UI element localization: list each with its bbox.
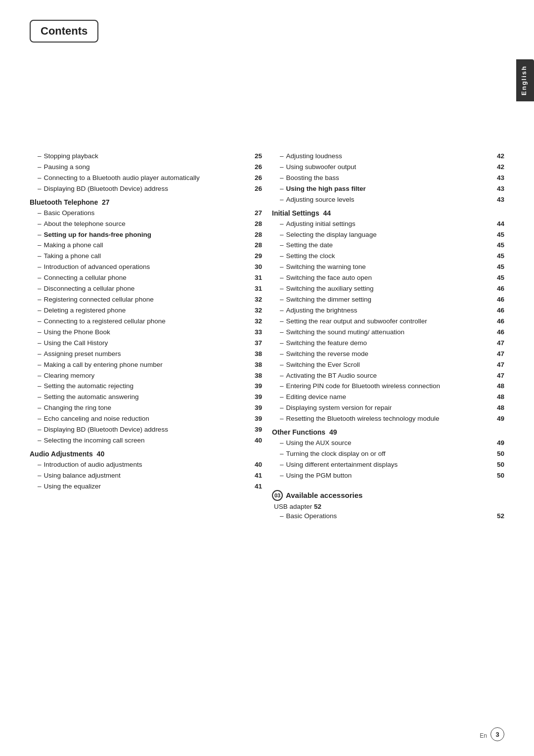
toc-dash: –	[38, 230, 42, 240]
toc-item: –Clearing memory38	[30, 371, 262, 381]
toc-item-text: Using the Call History	[44, 338, 252, 349]
toc-dash: –	[38, 316, 42, 327]
toc-item: –Selecting the incoming call screen40	[30, 436, 262, 446]
toc-item: –Using subwoofer output42	[272, 162, 504, 173]
toc-dash: –	[38, 262, 42, 272]
toc-dash: –	[280, 460, 284, 470]
toc-item-text: Connecting to a registered cellular phon…	[44, 316, 252, 327]
toc-dash: –	[280, 240, 284, 251]
toc-section-header: Bluetooth Telephone 27	[30, 198, 262, 206]
toc-item: –Setting the automatic rejecting39	[30, 381, 262, 392]
page-number: 3	[490, 727, 504, 741]
right-column: –Adjusting loudness42–Using subwoofer ou…	[272, 151, 504, 522]
toc-page-num: 45	[497, 230, 504, 240]
toc-item: –Connecting to a registered cellular pho…	[30, 316, 262, 327]
toc-item: –Using the PGM button50	[272, 471, 504, 481]
toc-page-num: 50	[497, 471, 504, 481]
toc-page-num: 32	[255, 306, 262, 316]
toc-item: –Using the Phone Book33	[30, 327, 262, 338]
toc-item: –Turning the clock display on or off50	[272, 449, 504, 459]
toc-dash: –	[280, 306, 284, 316]
toc-page-num: 40	[255, 460, 262, 470]
toc-page-num: 49	[497, 414, 504, 424]
toc-dash: –	[38, 436, 42, 446]
toc-item: –Pausing a song26	[30, 162, 262, 173]
toc-dash: –	[280, 371, 284, 381]
toc-page-num: 26	[255, 184, 262, 194]
toc-item-text: Displaying BD (Bluetooth Device) address	[44, 425, 252, 435]
toc-item-text: Using subwoofer output	[286, 162, 494, 173]
toc-page-num: 28	[255, 219, 262, 229]
toc-page-num: 48	[497, 392, 504, 402]
toc-item-text: Switching the dimmer setting	[286, 295, 494, 305]
toc-item: –Switching the Ever Scroll47	[272, 360, 504, 370]
toc-item-text: Resetting the Bluetooth wireless technol…	[286, 414, 494, 424]
toc-dash: –	[38, 471, 42, 481]
toc-page-num: 38	[255, 371, 262, 381]
toc-dash: –	[38, 403, 42, 413]
toc-item-text: Displaying system version for repair	[286, 403, 494, 413]
toc-page-num: 49	[497, 438, 504, 448]
toc-item: –Resetting the Bluetooth wireless techno…	[272, 414, 504, 424]
toc-item: –Switching the feature demo47	[272, 338, 504, 349]
toc-dash: –	[280, 295, 284, 305]
toc-dash: –	[38, 360, 42, 370]
toc-dash: –	[280, 262, 284, 272]
toc-page-num: 30	[255, 262, 262, 272]
toc-item-text: Basic Operations	[286, 511, 494, 522]
toc-page-num: 46	[497, 316, 504, 327]
toc-item: –Switching the dimmer setting46	[272, 295, 504, 305]
toc-page-num: 47	[497, 371, 504, 381]
toc-item: –Adjusting loudness42	[272, 151, 504, 162]
toc-page-num: 45	[497, 251, 504, 262]
toc-item-text: Disconnecting a cellular phone	[44, 284, 252, 294]
toc-page-num: 45	[497, 273, 504, 283]
toc-dash: –	[38, 327, 42, 338]
toc-item-text: Introduction of advanced operations	[44, 262, 252, 272]
toc-item: –Entering PIN code for Bluetooth wireles…	[272, 381, 504, 392]
toc-section-header: Other Functions 49	[272, 428, 504, 436]
toc-item-text: Setting up for hands-free phoning	[44, 230, 252, 240]
toc-dash: –	[280, 403, 284, 413]
toc-page-num: 40	[255, 436, 262, 446]
toc-item: –Disconnecting a cellular phone31	[30, 284, 262, 294]
toc-item-text: Activating the BT Audio source	[286, 371, 494, 381]
toc-item: –Displaying BD (Bluetooth Device) addres…	[30, 184, 262, 194]
toc-item-text: Switching the reverse mode	[286, 349, 494, 359]
toc-page-num: 45	[497, 240, 504, 251]
side-tab: English	[516, 59, 534, 101]
toc-page-num: 45	[497, 262, 504, 272]
toc-page-num: 26	[255, 173, 262, 183]
toc-page-num: 26	[255, 162, 262, 173]
toc-page-num: 38	[255, 360, 262, 370]
toc-dash: –	[280, 151, 284, 162]
toc-item: –Using different entertainment displays5…	[272, 460, 504, 470]
toc-dash: –	[280, 381, 284, 392]
toc-item-text: Pausing a song	[44, 162, 252, 173]
toc-item: –Displaying system version for repair48	[272, 403, 504, 413]
toc-page-num: 44	[497, 219, 504, 229]
toc-item: –Setting the rear output and subwoofer c…	[272, 316, 504, 327]
toc-item-text: Selecting the incoming call screen	[44, 436, 252, 446]
toc-dash: –	[38, 381, 42, 392]
toc-page-num: 39	[255, 403, 262, 413]
toc-item: –Making a phone call28	[30, 240, 262, 251]
toc-page-num: 28	[255, 230, 262, 240]
toc-dash: –	[280, 273, 284, 283]
toc-item: –Boosting the bass43	[272, 173, 504, 183]
toc-page-num: 47	[497, 338, 504, 349]
toc-item: –Introduction of advanced operations30	[30, 262, 262, 272]
usb-page: 52	[314, 503, 321, 510]
toc-item-text: Setting the automatic answering	[44, 392, 252, 402]
toc-item: –Setting the automatic answering39	[30, 392, 262, 402]
toc-page-num: 28	[255, 240, 262, 251]
toc-columns: –Stopping playback25–Pausing a song26–Co…	[30, 151, 504, 522]
toc-dash: –	[280, 392, 284, 402]
toc-item: –Using the high pass filter43	[272, 184, 504, 194]
available-accessories-label: Available accessories	[286, 491, 362, 499]
toc-item: –Introduction of audio adjustments40	[30, 460, 262, 470]
toc-dash: –	[280, 338, 284, 349]
toc-header: Other Functions 49	[272, 428, 504, 436]
toc-item-text: Basic Operations	[44, 208, 252, 219]
toc-dash: –	[38, 240, 42, 251]
